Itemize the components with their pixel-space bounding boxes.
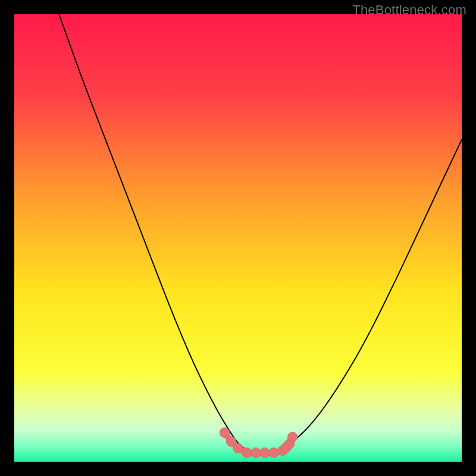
marker-dot	[251, 448, 261, 458]
marker-group	[220, 428, 298, 458]
outer-frame: TheBottleneck.com	[0, 0, 476, 476]
marker-dot	[269, 448, 279, 458]
series-right-curve	[274, 140, 462, 453]
marker-dot	[287, 432, 298, 442]
watermark-text: TheBottleneck.com	[352, 2, 466, 18]
marker-dot	[242, 448, 252, 458]
series-left-curve	[59, 14, 256, 453]
plot-area	[14, 14, 462, 462]
marker-dot	[233, 443, 243, 453]
series-group	[59, 14, 462, 453]
marker-dot	[220, 428, 230, 438]
marker-dot	[260, 448, 270, 458]
chart-svg	[14, 14, 462, 462]
